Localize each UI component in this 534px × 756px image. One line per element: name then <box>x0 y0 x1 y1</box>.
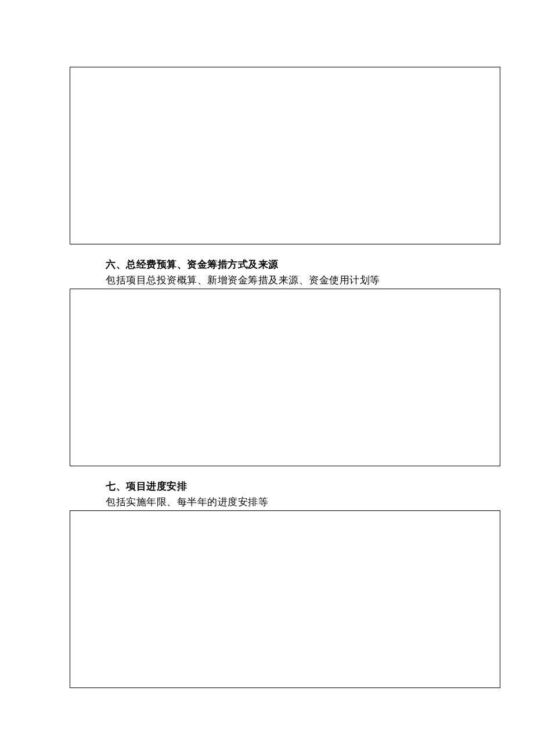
input-box-section-6 <box>70 289 500 466</box>
section-6-description: 包括项目总投资概算、新增资金筹措及来源、资金使用计划等 <box>106 273 380 287</box>
input-box-section-5 <box>70 67 500 244</box>
input-box-section-7 <box>70 510 500 688</box>
section-6-heading: 六、总经费预算、资金筹措方式及来源 <box>106 258 279 271</box>
section-7-description: 包括实施年限、每半年的进度安排等 <box>106 495 268 509</box>
section-7-heading: 七、项目进度安排 <box>106 480 187 493</box>
